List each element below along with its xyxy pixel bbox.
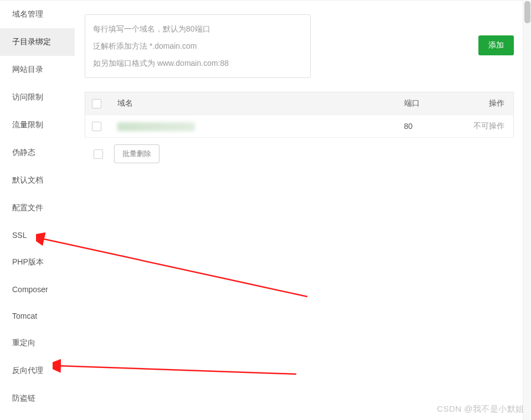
sidebar-item-label: 访问限制 — [12, 92, 43, 101]
sidebar-item-label: PHP版本 — [12, 257, 44, 266]
sidebar: 域名管理 子目录绑定 网站目录 访问限制 流量限制 伪静态 默认文档 配置文件 … — [0, 1, 75, 420]
annotation-arrow-ssl — [36, 222, 313, 305]
add-domain-area: 添加 — [85, 14, 514, 78]
watermark: CSDN @我不是小默姐 — [437, 404, 524, 414]
sidebar-item-ssl[interactable]: SSL — [0, 222, 75, 248]
annotation-arrow-reverse-proxy — [53, 355, 302, 388]
sidebar-item-redirect[interactable]: 重定向 — [0, 329, 75, 357]
sidebar-item-site-dir[interactable]: 网站目录 — [0, 56, 75, 84]
sidebar-item-reverse-proxy[interactable]: 反向代理 — [0, 357, 75, 385]
svg-line-1 — [42, 238, 307, 297]
table-header-row: 域名 端口 操作 — [85, 92, 514, 115]
sidebar-item-label: 配置文件 — [12, 203, 43, 212]
sidebar-item-pseudo-static[interactable]: 伪静态 — [0, 139, 75, 167]
header-port: 端口 — [398, 92, 458, 115]
sidebar-item-label: 防盗链 — [12, 393, 35, 402]
sidebar-item-label: 伪静态 — [12, 148, 35, 157]
sidebar-item-label: Composer — [12, 285, 48, 294]
port-value: 80 — [398, 115, 458, 138]
sidebar-item-composer[interactable]: Composer — [0, 276, 75, 303]
sidebar-item-domain-manage[interactable]: 域名管理 — [0, 1, 75, 28]
domain-table: 域名 端口 操作 80 不可操作 — [85, 92, 514, 138]
sidebar-item-label: 网站目录 — [12, 65, 43, 74]
batch-select-checkbox[interactable] — [94, 149, 103, 159]
sidebar-item-traffic-limit[interactable]: 流量限制 — [0, 111, 75, 139]
sidebar-item-config-file[interactable]: 配置文件 — [0, 194, 75, 222]
sidebar-item-default-doc[interactable]: 默认文档 — [0, 167, 75, 194]
select-all-checkbox[interactable] — [92, 99, 101, 108]
batch-delete-button[interactable]: 批量删除 — [114, 144, 159, 163]
domain-value-redacted — [117, 122, 195, 131]
sidebar-item-tomcat[interactable]: Tomcat — [0, 303, 75, 329]
sidebar-item-label: Tomcat — [12, 312, 37, 320]
batch-actions: 批量删除 — [85, 138, 514, 170]
sidebar-item-label: 流量限制 — [12, 120, 43, 129]
row-checkbox[interactable] — [92, 122, 101, 131]
sidebar-item-label: SSL — [12, 231, 27, 240]
add-button[interactable]: 添加 — [478, 35, 514, 55]
header-domain: 域名 — [111, 92, 398, 115]
main-panel: 添加 域名 端口 操作 80 不可操作 — [75, 1, 530, 420]
sidebar-item-label: 域名管理 — [12, 9, 43, 18]
table-row: 80 不可操作 — [85, 115, 514, 138]
svg-line-3 — [58, 366, 296, 374]
action-disabled: 不可操作 — [473, 121, 504, 130]
sidebar-item-label: 默认文档 — [12, 175, 43, 184]
sidebar-item-php-version[interactable]: PHP版本 — [0, 248, 75, 276]
header-action: 操作 — [458, 92, 514, 115]
sidebar-item-access-limit[interactable]: 访问限制 — [0, 84, 75, 111]
sidebar-item-subdir-bind[interactable]: 子目录绑定 — [0, 28, 75, 56]
domain-input[interactable] — [85, 14, 311, 78]
vertical-scrollbar[interactable] — [523, 0, 531, 420]
sidebar-item-label: 重定向 — [12, 338, 35, 347]
scrollbar-thumb[interactable] — [524, 1, 530, 23]
sidebar-item-label: 子目录绑定 — [12, 37, 51, 46]
sidebar-item-label: 反向代理 — [12, 366, 43, 375]
sidebar-item-anti-leech[interactable]: 防盗链 — [0, 385, 75, 412]
